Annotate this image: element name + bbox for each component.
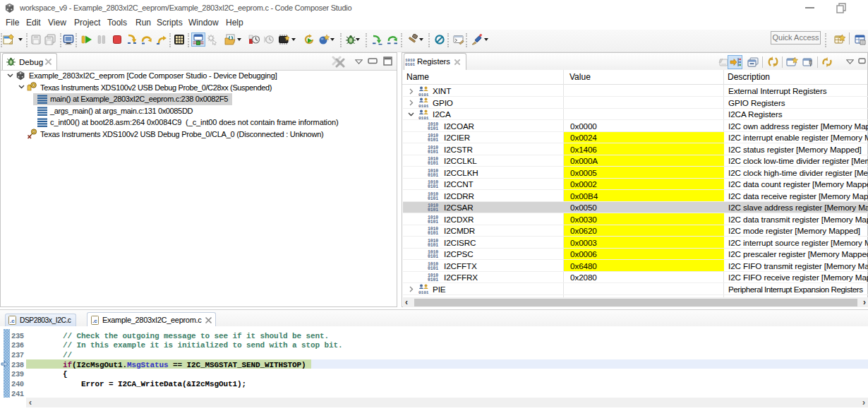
svg-text:0101: 0101 — [428, 196, 438, 201]
svg-text:0101: 0101 — [428, 126, 438, 131]
svg-text:0101: 0101 — [428, 278, 438, 282]
svg-text:0101: 0101 — [428, 208, 438, 212]
svg-text:0101: 0101 — [428, 266, 438, 270]
svg-text:.c: .c — [10, 318, 15, 324]
svg-text:0101: 0101 — [418, 290, 429, 294]
svg-text:0101: 0101 — [418, 115, 429, 119]
svg-text:0101: 0101 — [428, 231, 438, 235]
svg-text:0101: 0101 — [405, 62, 416, 66]
svg-text:0101: 0101 — [428, 161, 438, 165]
svg-text:0101: 0101 — [428, 254, 438, 258]
svg-text:0101: 0101 — [428, 243, 438, 247]
svg-text:.c: .c — [92, 318, 97, 324]
svg-text:0101: 0101 — [418, 104, 429, 108]
svg-text:0101: 0101 — [428, 150, 438, 154]
svg-text:0101: 0101 — [428, 184, 438, 189]
svg-text:0101: 0101 — [428, 138, 438, 142]
svg-text:0101: 0101 — [418, 92, 429, 96]
svg-text:0101: 0101 — [428, 220, 438, 224]
svg-text:0101: 0101 — [428, 173, 438, 177]
